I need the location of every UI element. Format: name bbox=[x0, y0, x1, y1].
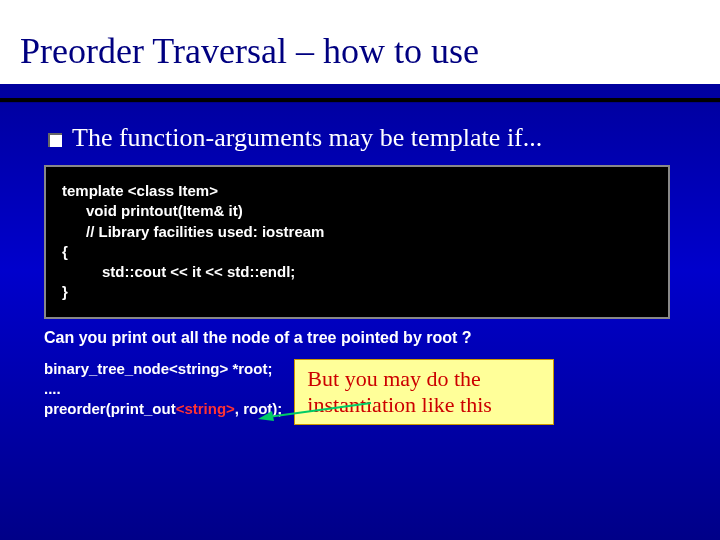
bottom-row: binary_tree_node<string> *root; .... pre… bbox=[44, 359, 690, 426]
callout-box: But you may do the instantiation like th… bbox=[294, 359, 554, 426]
title-area: Preorder Traversal – how to use bbox=[0, 0, 720, 84]
code-snippet: binary_tree_node<string> *root; .... pre… bbox=[44, 359, 282, 420]
content-area: The function-arguments may be template i… bbox=[0, 103, 720, 435]
slide-title: Preorder Traversal – how to use bbox=[20, 30, 700, 72]
code-line: // Library facilities used: iostream bbox=[62, 222, 652, 242]
bullet-line: The function-arguments may be template i… bbox=[48, 123, 690, 153]
snippet-line: preorder(print_out<string>, root); bbox=[44, 399, 282, 419]
snippet-line: binary_tree_node<string> *root; bbox=[44, 359, 282, 379]
code-line: template <class Item> bbox=[62, 181, 652, 201]
code-line: } bbox=[62, 282, 652, 302]
bullet-text: The function-arguments may be template i… bbox=[72, 123, 542, 153]
question-text: Can you print out all the node of a tree… bbox=[44, 329, 690, 347]
code-line: std::cout << it << std::endl; bbox=[62, 262, 652, 282]
snippet-highlight: <string> bbox=[176, 400, 235, 417]
square-bullet-icon bbox=[48, 133, 62, 147]
snippet-part: , root); bbox=[235, 400, 282, 417]
code-line: void printout(Item& it) bbox=[62, 201, 652, 221]
code-box: template <class Item> void printout(Item… bbox=[44, 165, 670, 319]
code-line: { bbox=[62, 242, 652, 262]
snippet-line: .... bbox=[44, 379, 282, 399]
snippet-part: preorder(print_out bbox=[44, 400, 176, 417]
